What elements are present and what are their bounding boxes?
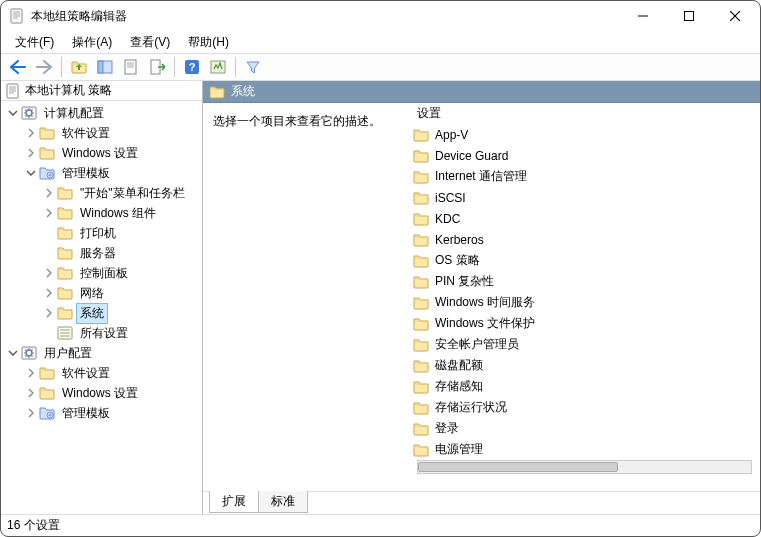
- tree-item-label: 服务器: [76, 243, 120, 264]
- tree-item-server[interactable]: 服务器: [1, 243, 202, 263]
- tree-header[interactable]: 本地计算机 策略: [1, 81, 202, 101]
- help-button[interactable]: ?: [179, 55, 205, 79]
- tree-item-windows-settings[interactable]: Windows 设置: [1, 143, 202, 163]
- tree-body[interactable]: 计算机配置软件设置Windows 设置管理模板"开始"菜单和任务栏Windows…: [1, 101, 202, 514]
- filter-button[interactable]: [240, 55, 266, 79]
- menu-help[interactable]: 帮助(H): [180, 32, 237, 53]
- list-item[interactable]: Device Guard: [409, 145, 760, 166]
- tree-item-system[interactable]: 系统: [1, 303, 202, 323]
- list-column-header: 设置: [413, 105, 441, 122]
- chevron-right-icon[interactable]: [25, 147, 37, 159]
- minimize-button[interactable]: [620, 1, 666, 31]
- tree-item-label: 系统: [76, 303, 108, 324]
- list-item[interactable]: 安全帐户管理员: [409, 334, 760, 355]
- maximize-button[interactable]: [666, 1, 712, 31]
- back-button[interactable]: [5, 55, 31, 79]
- folder-icon: [413, 358, 429, 374]
- tree-item-windows-components[interactable]: Windows 组件: [1, 203, 202, 223]
- list-item[interactable]: 存储运行状况: [409, 397, 760, 418]
- properties-button[interactable]: [118, 55, 144, 79]
- list-item[interactable]: 设置: [409, 103, 760, 124]
- tree-item-label: Windows 设置: [58, 143, 142, 164]
- refresh-button[interactable]: [205, 55, 231, 79]
- menu-action[interactable]: 操作(A): [64, 32, 120, 53]
- chevron-right-icon[interactable]: [25, 127, 37, 139]
- tree-item-label: 计算机配置: [40, 103, 108, 124]
- tree-item-network[interactable]: 网络: [1, 283, 202, 303]
- content-title: 系统: [231, 83, 255, 100]
- tree-item-u-admin-templates[interactable]: 管理模板: [1, 403, 202, 423]
- tree-item-software-settings[interactable]: 软件设置: [1, 123, 202, 143]
- tree-item-printers[interactable]: 打印机: [1, 223, 202, 243]
- list-item[interactable]: Windows 文件保护: [409, 313, 760, 334]
- folder-icon: [57, 285, 73, 301]
- list-item[interactable]: Kerberos: [409, 229, 760, 250]
- status-text: 16 个设置: [7, 517, 60, 534]
- chevron-right-icon[interactable]: [43, 307, 55, 319]
- up-button[interactable]: [66, 55, 92, 79]
- close-button[interactable]: [712, 1, 758, 31]
- chevron-right-icon[interactable]: [25, 387, 37, 399]
- list-item[interactable]: 登录: [409, 418, 760, 439]
- tree-item-u-windows-settings[interactable]: Windows 设置: [1, 383, 202, 403]
- titlebar: 本地组策略编辑器: [1, 1, 760, 31]
- folder-icon: [39, 145, 55, 161]
- show-hide-tree-button[interactable]: [92, 55, 118, 79]
- tree-item-label: 用户配置: [40, 343, 96, 364]
- app-icon: [9, 8, 25, 24]
- tree-item-control-panel[interactable]: 控制面板: [1, 263, 202, 283]
- list-item[interactable]: PIN 复杂性: [409, 271, 760, 292]
- folder-icon: [413, 442, 429, 458]
- root-doc-icon: [5, 83, 21, 99]
- toolbar-separator: [61, 57, 62, 77]
- tree-item-label: Windows 设置: [58, 383, 142, 404]
- chevron-right-icon[interactable]: [25, 367, 37, 379]
- tab-extended[interactable]: 扩展: [209, 491, 259, 513]
- list-item[interactable]: Internet 通信管理: [409, 166, 760, 187]
- list-item-label: iSCSI: [435, 191, 466, 205]
- folder-icon: [39, 125, 55, 141]
- chevron-right-icon[interactable]: [43, 267, 55, 279]
- tab-standard[interactable]: 标准: [258, 491, 308, 513]
- chevron-right-icon[interactable]: [43, 207, 55, 219]
- tree-item-all-settings[interactable]: 所有设置: [1, 323, 202, 343]
- horizontal-scrollbar[interactable]: [417, 460, 752, 474]
- forward-button[interactable]: [31, 55, 57, 79]
- list-item[interactable]: iSCSI: [409, 187, 760, 208]
- list-item-label: 存储运行状况: [435, 399, 507, 416]
- export-button[interactable]: [144, 55, 170, 79]
- list-item-label: 存储感知: [435, 378, 483, 395]
- folder-icon: [39, 385, 55, 401]
- list-item[interactable]: App-V: [409, 124, 760, 145]
- folder-blue-icon: [39, 165, 55, 181]
- tree-item-label: 管理模板: [58, 163, 114, 184]
- items-list[interactable]: 设置App-VDevice GuardInternet 通信管理iSCSIKDC…: [409, 103, 760, 491]
- tree-item-u-software-settings[interactable]: 软件设置: [1, 363, 202, 383]
- chevron-right-icon[interactable]: [43, 187, 55, 199]
- tree-item-computer-cfg[interactable]: 计算机配置: [1, 103, 202, 123]
- menu-file[interactable]: 文件(F): [7, 32, 62, 53]
- scrollbar-thumb[interactable]: [418, 462, 618, 472]
- toolbar-separator: [174, 57, 175, 77]
- chevron-right-icon[interactable]: [43, 287, 55, 299]
- chevron-down-icon[interactable]: [25, 167, 37, 179]
- tree-root-label: 本地计算机 策略: [25, 82, 112, 99]
- list-item-label: 登录: [435, 420, 459, 437]
- folder-icon: [57, 305, 73, 321]
- tree-item-label: Windows 组件: [76, 203, 160, 224]
- list-item[interactable]: 存储感知: [409, 376, 760, 397]
- tree-item-admin-templates[interactable]: 管理模板: [1, 163, 202, 183]
- menu-view[interactable]: 查看(V): [122, 32, 178, 53]
- list-item[interactable]: OS 策略: [409, 250, 760, 271]
- folder-icon: [413, 148, 429, 164]
- list-item[interactable]: KDC: [409, 208, 760, 229]
- tree-item-user-cfg[interactable]: 用户配置: [1, 343, 202, 363]
- list-item[interactable]: 电源管理: [409, 439, 760, 460]
- chevron-down-icon[interactable]: [7, 107, 19, 119]
- chevron-right-icon[interactable]: [25, 407, 37, 419]
- svg-text:?: ?: [189, 61, 196, 73]
- list-item[interactable]: Windows 时间服务: [409, 292, 760, 313]
- chevron-down-icon[interactable]: [7, 347, 19, 359]
- tree-item-start-taskbar[interactable]: "开始"菜单和任务栏: [1, 183, 202, 203]
- list-item[interactable]: 磁盘配额: [409, 355, 760, 376]
